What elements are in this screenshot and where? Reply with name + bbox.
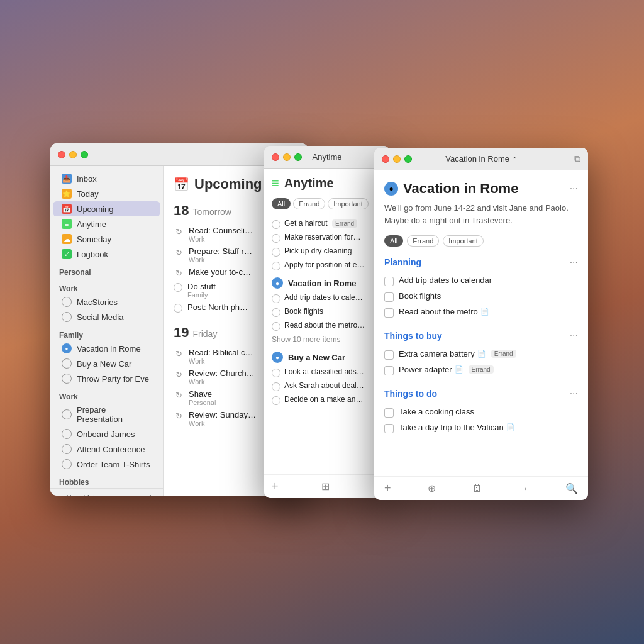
anytime-task[interactable]: Book flights [272, 305, 382, 319]
checkbox[interactable] [272, 382, 280, 391]
filter-tab-all[interactable]: All [272, 198, 291, 209]
sidebar-item-today[interactable]: ⭐ Today [53, 186, 160, 201]
detail-task-label: Read about the metro 📄 [399, 307, 489, 316]
checkbox[interactable] [272, 369, 280, 377]
things-to-buy-more-button[interactable]: ··· [570, 330, 578, 341]
sidebar-item-anytime[interactable]: ≡ Anytime [53, 216, 160, 231]
copy-icon[interactable]: ⧉ [574, 153, 580, 164]
upcoming-icon: 📅 [62, 204, 72, 214]
someday-icon: ☁ [62, 234, 72, 244]
sidebar-item-throw-party[interactable]: Throw Party for Eve [53, 371, 160, 386]
maximize-button-3[interactable] [404, 155, 412, 163]
sidebar-item-logbook[interactable]: ✓ Logbook [53, 247, 160, 262]
vacation-icon: ● [62, 343, 72, 353]
anytime-task[interactable]: Get a haircut Errand [272, 217, 382, 231]
detail-filter-all[interactable]: All [384, 235, 403, 247]
planning-section-header: Planning ··· [384, 257, 578, 268]
sidebar-item-prepare-presentation[interactable]: Prepare Presentation [53, 402, 160, 426]
add-task-icon[interactable]: + [384, 482, 391, 495]
vacation-section[interactable]: ● Vacation in Rome [272, 277, 382, 289]
sidebar-item-order-shirts[interactable]: Order Team T-Shirts [53, 457, 160, 472]
car-section[interactable]: ● Buy a New Car [272, 352, 382, 363]
close-button-3[interactable] [382, 155, 389, 163]
anytime-task[interactable]: Look at classified ads… [272, 365, 382, 379]
sidebar-item-upcoming[interactable]: 📅 Upcoming [53, 201, 160, 216]
anytime-filter-tabs: All Errand Important [272, 198, 382, 209]
detail-calendar-icon[interactable]: 🗓 [472, 483, 482, 494]
maximize-button-1[interactable] [80, 151, 88, 158]
detail-task[interactable]: Add trip dates to calendar [384, 273, 578, 289]
sidebar-item-attend-conf[interactable]: Attend Conference [53, 441, 160, 457]
filter-tab-important[interactable]: Important [328, 198, 368, 209]
detail-filter-errand[interactable]: Errand [407, 235, 439, 247]
sidebar-item-inbox[interactable]: 📥 Inbox [53, 171, 160, 186]
anytime-task[interactable]: Pick up dry cleaning [272, 245, 382, 258]
checkbox[interactable] [272, 294, 280, 303]
detail-task[interactable]: Power adapter 📄 Errand [384, 362, 578, 378]
vacation-detail-icon: ● [384, 182, 398, 196]
detail-checkbox[interactable] [384, 292, 394, 302]
window-anytime: Anytime ≡ Anytime All Errand Important G… [264, 146, 390, 498]
things-to-buy-header: Things to buy ··· [384, 330, 578, 341]
social-media-icon [62, 312, 72, 322]
checkbox[interactable] [272, 248, 280, 257]
new-list-button[interactable]: + New List [59, 494, 95, 496]
checkbox[interactable] [272, 308, 280, 317]
checkbox[interactable] [272, 262, 280, 270]
anytime-task[interactable]: Ask Sarah about deal… [272, 379, 382, 393]
add-heading-icon[interactable]: ⊕ [428, 482, 436, 494]
anytime-task[interactable]: Add trip dates to cale… [272, 291, 382, 305]
things-to-do-more-button[interactable]: ··· [570, 388, 578, 399]
detail-checkbox[interactable] [384, 350, 394, 360]
note-icon: 📄 [477, 350, 486, 358]
detail-task[interactable]: Extra camera battery 📄 Errand [384, 347, 578, 362]
navigate-icon[interactable]: → [519, 483, 529, 494]
anytime-task[interactable]: Read about the metro… [272, 319, 382, 333]
traffic-lights-3 [382, 155, 412, 163]
detail-checkbox[interactable] [384, 366, 394, 375]
checkbox[interactable] [272, 234, 280, 243]
minimize-button-3[interactable] [393, 155, 401, 163]
more-options-button[interactable]: ··· [570, 183, 578, 194]
macstories-icon [62, 297, 72, 307]
checkbox[interactable] [272, 322, 280, 331]
detail-body: ● Vacation in Rome ··· We'll go from Jun… [374, 170, 588, 476]
detail-checkbox[interactable] [384, 308, 394, 318]
detail-task[interactable]: Read about the metro 📄 [384, 304, 578, 320]
grid-icon[interactable]: ⊞ [321, 480, 330, 492]
minimize-button-1[interactable] [69, 151, 77, 158]
checkbox[interactable] [272, 220, 280, 229]
minimize-button-2[interactable] [283, 153, 291, 161]
show-more-button[interactable]: Show 10 more items [272, 333, 382, 347]
detail-task[interactable]: Book flights [384, 289, 578, 304]
sidebar-item-vacation[interactable]: ● Vacation in Rome [53, 341, 160, 356]
things-to-buy-title: Things to buy [384, 331, 442, 341]
detail-task[interactable]: Take a cooking class [384, 404, 578, 420]
close-button-1[interactable] [58, 151, 65, 158]
search-icon[interactable]: 🔍 [565, 482, 578, 494]
sidebar-item-macstories[interactable]: MacStories [53, 294, 160, 309]
filter-button[interactable]: ⚙ [147, 494, 154, 496]
maximize-button-2[interactable] [294, 153, 302, 161]
detail-filter-important[interactable]: Important [443, 235, 483, 247]
prepare-pres-icon [62, 409, 72, 419]
traffic-lights-2 [272, 153, 302, 161]
anytime-task[interactable]: Apply for position at e… [272, 258, 382, 272]
detail-checkbox[interactable] [384, 408, 394, 418]
anytime-task[interactable]: Make reservation for… [272, 231, 382, 245]
sidebar-item-buy-car[interactable]: Buy a New Car [53, 356, 160, 371]
detail-checkbox[interactable] [384, 424, 394, 433]
detail-task[interactable]: Take a day trip to the Vatican 📄 [384, 420, 578, 436]
detail-checkbox[interactable] [384, 277, 394, 286]
add-icon[interactable]: + [272, 480, 279, 493]
vacation-detail-title: Vacation in Rome [403, 180, 565, 197]
sidebar-item-onboard-james[interactable]: Onboard James [53, 426, 160, 441]
close-button-2[interactable] [272, 153, 279, 161]
planning-more-button[interactable]: ··· [570, 257, 578, 268]
task-label: Decide on a make an… [284, 395, 363, 404]
anytime-task[interactable]: Decide on a make an… [272, 393, 382, 407]
sidebar-item-social-media[interactable]: Social Media [53, 309, 160, 325]
sidebar-item-someday[interactable]: ☁ Someday [53, 231, 160, 247]
checkbox[interactable] [272, 396, 280, 405]
filter-tab-errand[interactable]: Errand [293, 198, 325, 209]
